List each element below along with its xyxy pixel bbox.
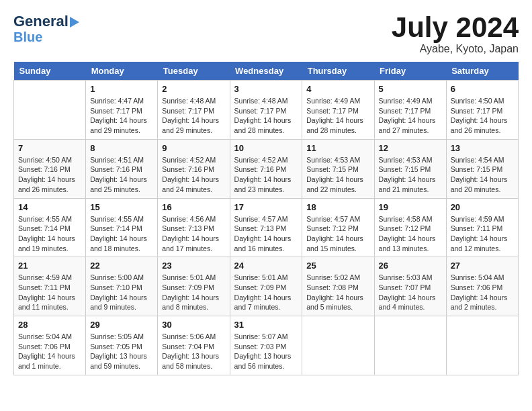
- day-info: Sunrise: 4:51 AMSunset: 7:16 PMDaylight:…: [90, 155, 153, 195]
- calendar-cell: [374, 316, 446, 375]
- calendar-week-2: 7Sunrise: 4:50 AMSunset: 7:16 PMDaylight…: [14, 139, 519, 198]
- day-info: Sunrise: 4:53 AMSunset: 7:15 PMDaylight:…: [379, 155, 442, 195]
- day-info: Sunrise: 5:00 AMSunset: 7:10 PMDaylight:…: [90, 273, 153, 312]
- calendar-body: 1Sunrise: 4:47 AMSunset: 7:17 PMDaylight…: [14, 81, 519, 375]
- day-number: 19: [379, 202, 442, 212]
- calendar-cell: 14Sunrise: 4:55 AMSunset: 7:14 PMDayligh…: [14, 198, 86, 257]
- weekday-header-saturday: Saturday: [446, 62, 518, 81]
- day-info: Sunrise: 4:52 AMSunset: 7:16 PMDaylight:…: [162, 155, 225, 195]
- calendar-cell: 31Sunrise: 5:07 AMSunset: 7:03 PMDayligh…: [230, 316, 302, 375]
- calendar-cell: [14, 81, 86, 140]
- calendar-week-4: 21Sunrise: 4:59 AMSunset: 7:11 PMDayligh…: [14, 257, 519, 316]
- calendar-cell: 2Sunrise: 4:48 AMSunset: 7:17 PMDaylight…: [158, 81, 230, 140]
- day-number: 8: [90, 143, 153, 153]
- day-number: 6: [451, 84, 514, 94]
- day-number: 21: [18, 261, 81, 271]
- day-info: Sunrise: 4:48 AMSunset: 7:17 PMDaylight:…: [162, 96, 225, 136]
- day-number: 13: [451, 143, 514, 153]
- day-info: Sunrise: 5:03 AMSunset: 7:07 PMDaylight:…: [379, 273, 442, 312]
- day-number: 14: [18, 202, 81, 212]
- calendar-cell: 17Sunrise: 4:57 AMSunset: 7:13 PMDayligh…: [230, 198, 302, 257]
- calendar-cell: 5Sunrise: 4:49 AMSunset: 7:17 PMDaylight…: [374, 81, 446, 140]
- day-info: Sunrise: 4:57 AMSunset: 7:13 PMDaylight:…: [234, 214, 298, 254]
- day-number: 18: [306, 202, 369, 212]
- day-info: Sunrise: 5:05 AMSunset: 7:05 PMDaylight:…: [90, 332, 153, 371]
- calendar-cell: 19Sunrise: 4:58 AMSunset: 7:12 PMDayligh…: [374, 198, 446, 257]
- calendar-cell: 15Sunrise: 4:55 AMSunset: 7:14 PMDayligh…: [86, 198, 158, 257]
- day-info: Sunrise: 4:55 AMSunset: 7:14 PMDaylight:…: [90, 214, 153, 254]
- month-title: July 2024: [392, 13, 519, 42]
- day-number: 1: [90, 84, 153, 94]
- day-info: Sunrise: 4:50 AMSunset: 7:17 PMDaylight:…: [451, 96, 514, 136]
- day-info: Sunrise: 4:52 AMSunset: 7:16 PMDaylight:…: [234, 155, 298, 195]
- calendar-cell: 10Sunrise: 4:52 AMSunset: 7:16 PMDayligh…: [230, 139, 302, 198]
- day-number: 5: [379, 84, 442, 94]
- day-info: Sunrise: 5:04 AMSunset: 7:06 PMDaylight:…: [18, 332, 81, 371]
- day-number: 16: [162, 202, 225, 212]
- day-number: 3: [234, 84, 298, 94]
- calendar-cell: 9Sunrise: 4:52 AMSunset: 7:16 PMDaylight…: [158, 139, 230, 198]
- calendar-cell: 7Sunrise: 4:50 AMSunset: 7:16 PMDaylight…: [14, 139, 86, 198]
- calendar-cell: 16Sunrise: 4:56 AMSunset: 7:13 PMDayligh…: [158, 198, 230, 257]
- calendar-week-3: 14Sunrise: 4:55 AMSunset: 7:14 PMDayligh…: [14, 198, 519, 257]
- calendar-cell: 1Sunrise: 4:47 AMSunset: 7:17 PMDaylight…: [86, 81, 158, 140]
- weekday-header-monday: Monday: [86, 62, 158, 81]
- day-info: Sunrise: 4:50 AMSunset: 7:16 PMDaylight:…: [18, 155, 81, 195]
- calendar-cell: 13Sunrise: 4:54 AMSunset: 7:15 PMDayligh…: [446, 139, 518, 198]
- day-info: Sunrise: 4:47 AMSunset: 7:17 PMDaylight:…: [90, 96, 153, 136]
- day-number: 15: [90, 202, 153, 212]
- day-number: 11: [306, 143, 369, 153]
- calendar-week-1: 1Sunrise: 4:47 AMSunset: 7:17 PMDaylight…: [14, 81, 519, 140]
- day-info: Sunrise: 4:55 AMSunset: 7:14 PMDaylight:…: [18, 214, 81, 254]
- day-info: Sunrise: 5:06 AMSunset: 7:04 PMDaylight:…: [162, 332, 225, 371]
- day-info: Sunrise: 5:02 AMSunset: 7:08 PMDaylight:…: [306, 273, 369, 312]
- calendar-cell: 8Sunrise: 4:51 AMSunset: 7:16 PMDaylight…: [86, 139, 158, 198]
- calendar-cell: 26Sunrise: 5:03 AMSunset: 7:07 PMDayligh…: [374, 257, 446, 316]
- day-info: Sunrise: 4:56 AMSunset: 7:13 PMDaylight:…: [162, 214, 225, 254]
- logo-arrow-icon: [70, 17, 79, 28]
- calendar-week-5: 28Sunrise: 5:04 AMSunset: 7:06 PMDayligh…: [14, 316, 519, 375]
- day-number: 30: [162, 320, 225, 330]
- day-info: Sunrise: 4:58 AMSunset: 7:12 PMDaylight:…: [379, 214, 442, 254]
- calendar-cell: 3Sunrise: 4:48 AMSunset: 7:17 PMDaylight…: [230, 81, 302, 140]
- logo-text: General: [13, 13, 79, 30]
- day-number: 12: [379, 143, 442, 153]
- day-number: 31: [234, 320, 298, 330]
- day-info: Sunrise: 4:49 AMSunset: 7:17 PMDaylight:…: [306, 96, 369, 136]
- title-area: July 2024 Ayabe, Kyoto, Japan: [392, 13, 519, 55]
- calendar-cell: [302, 316, 374, 375]
- logo-blue: Blue: [13, 30, 42, 44]
- calendar-cell: 22Sunrise: 5:00 AMSunset: 7:10 PMDayligh…: [86, 257, 158, 316]
- weekday-header-thursday: Thursday: [302, 62, 374, 81]
- day-info: Sunrise: 5:01 AMSunset: 7:09 PMDaylight:…: [234, 273, 298, 312]
- calendar-cell: 28Sunrise: 5:04 AMSunset: 7:06 PMDayligh…: [14, 316, 86, 375]
- day-info: Sunrise: 5:01 AMSunset: 7:09 PMDaylight:…: [162, 273, 225, 312]
- day-info: Sunrise: 4:59 AMSunset: 7:11 PMDaylight:…: [18, 273, 81, 312]
- calendar-cell: 18Sunrise: 4:57 AMSunset: 7:12 PMDayligh…: [302, 198, 374, 257]
- calendar-cell: 30Sunrise: 5:06 AMSunset: 7:04 PMDayligh…: [158, 316, 230, 375]
- day-number: 10: [234, 143, 298, 153]
- weekday-header-wednesday: Wednesday: [230, 62, 302, 81]
- day-number: 9: [162, 143, 225, 153]
- calendar-cell: [446, 316, 518, 375]
- calendar-cell: 12Sunrise: 4:53 AMSunset: 7:15 PMDayligh…: [374, 139, 446, 198]
- day-info: Sunrise: 4:53 AMSunset: 7:15 PMDaylight:…: [306, 155, 369, 195]
- day-number: 4: [306, 84, 369, 94]
- calendar-cell: 20Sunrise: 4:59 AMSunset: 7:11 PMDayligh…: [446, 198, 518, 257]
- day-info: Sunrise: 5:07 AMSunset: 7:03 PMDaylight:…: [234, 332, 298, 371]
- location: Ayabe, Kyoto, Japan: [392, 43, 519, 55]
- day-number: 25: [306, 261, 369, 271]
- calendar-cell: 6Sunrise: 4:50 AMSunset: 7:17 PMDaylight…: [446, 81, 518, 140]
- day-info: Sunrise: 4:59 AMSunset: 7:11 PMDaylight:…: [451, 214, 514, 254]
- day-number: 24: [234, 261, 298, 271]
- day-number: 27: [451, 261, 514, 271]
- day-info: Sunrise: 4:48 AMSunset: 7:17 PMDaylight:…: [234, 96, 298, 136]
- day-number: 7: [18, 143, 81, 153]
- calendar-cell: 29Sunrise: 5:05 AMSunset: 7:05 PMDayligh…: [86, 316, 158, 375]
- calendar-cell: 27Sunrise: 5:04 AMSunset: 7:06 PMDayligh…: [446, 257, 518, 316]
- logo: General Blue: [13, 13, 79, 44]
- day-info: Sunrise: 4:57 AMSunset: 7:12 PMDaylight:…: [306, 214, 369, 254]
- day-number: 23: [162, 261, 225, 271]
- calendar-cell: 23Sunrise: 5:01 AMSunset: 7:09 PMDayligh…: [158, 257, 230, 316]
- day-info: Sunrise: 4:49 AMSunset: 7:17 PMDaylight:…: [379, 96, 442, 136]
